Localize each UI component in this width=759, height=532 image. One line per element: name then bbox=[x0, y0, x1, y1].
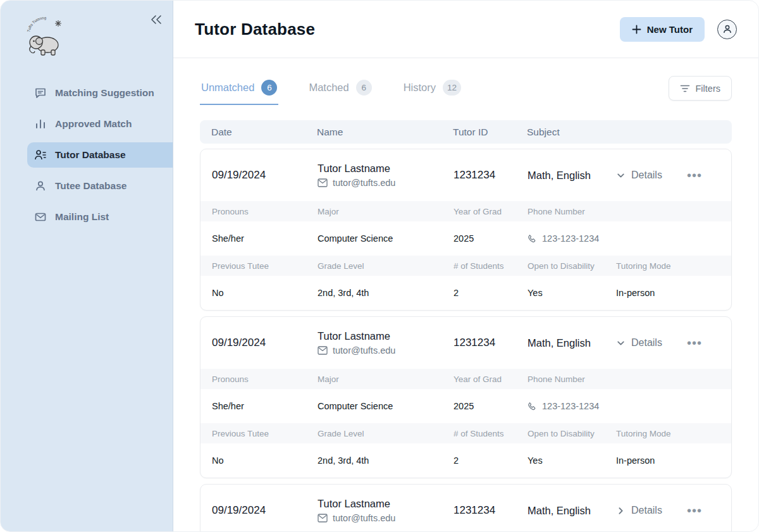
detail-values-row-2: No 2nd, 3rd, 4th 2 Yes In-person bbox=[201, 276, 731, 310]
detail-label-previous-tutee: Previous Tutee bbox=[212, 429, 318, 438]
detail-labels-row-2: Previous Tutee Grade Level # of Students… bbox=[201, 256, 731, 276]
tutor-name-cell: Tutor Lastname tutor@tufts.edu bbox=[318, 330, 454, 356]
tutor-email: tutor@tufts.edu bbox=[333, 345, 395, 356]
row-actions: Details ••• bbox=[616, 169, 720, 182]
detail-label-open-to-disability: Open to Disability bbox=[528, 261, 616, 271]
column-header-date: Date bbox=[211, 127, 317, 138]
tab-count-badge: 6 bbox=[356, 80, 372, 96]
tutor-date: 09/19/2024 bbox=[212, 169, 318, 182]
detail-label-year-of-grad: Year of Grad bbox=[454, 374, 528, 384]
details-toggle[interactable]: Details bbox=[616, 505, 662, 516]
tutor-tutoring-mode: In-person bbox=[616, 288, 720, 298]
row-menu-button[interactable]: ••• bbox=[687, 504, 702, 517]
new-tutor-button[interactable]: New Tutor bbox=[620, 17, 705, 42]
tutor-previous-tutee: No bbox=[212, 455, 318, 466]
tutor-year-of-grad: 2025 bbox=[454, 401, 528, 411]
tutor-num-students: 2 bbox=[454, 455, 528, 466]
tutor-database-icon bbox=[34, 149, 47, 161]
detail-label-previous-tutee: Previous Tutee bbox=[212, 261, 318, 271]
sidebar-collapse-button[interactable] bbox=[150, 15, 163, 27]
sidebar-item-label: Matching Suggestion bbox=[55, 87, 154, 99]
row-actions: Details ••• bbox=[616, 504, 720, 517]
tab-label: Matched bbox=[309, 82, 349, 94]
details-toggle[interactable]: Details bbox=[616, 170, 662, 181]
tutor-grade-level: 2nd, 3rd, 4th bbox=[318, 455, 454, 466]
user-icon bbox=[722, 24, 732, 34]
tabs-row: Unmatched 6 Matched 6 History 12 bbox=[200, 76, 732, 104]
phone-icon bbox=[528, 234, 537, 244]
tutor-num-students: 2 bbox=[454, 288, 528, 298]
detail-label-num-students: # of Students bbox=[454, 429, 528, 438]
tutor-details-section: Pronouns Major Year of Grad Phone Number… bbox=[201, 201, 731, 310]
sidebar-item-label: Approved Match bbox=[55, 118, 132, 130]
detail-values-row-2: No 2nd, 3rd, 4th 2 Yes In-person bbox=[201, 443, 731, 478]
app-logo: Tufts Tutoring bbox=[25, 17, 66, 59]
sidebar-item-approved-match[interactable]: Approved Match bbox=[27, 111, 173, 137]
sidebar-item-mailing-list[interactable]: Mailing List bbox=[27, 204, 173, 230]
detail-label-year-of-grad: Year of Grad bbox=[454, 207, 528, 216]
tab-unmatched[interactable]: Unmatched 6 bbox=[200, 76, 278, 105]
detail-label-grade-level: Grade Level bbox=[318, 261, 454, 271]
details-label: Details bbox=[631, 170, 662, 181]
tutor-major: Computer Science bbox=[318, 401, 454, 411]
detail-label-open-to-disability: Open to Disability bbox=[528, 429, 616, 438]
chat-suggestion-icon bbox=[34, 87, 47, 99]
bar-chart-icon bbox=[34, 118, 47, 130]
sidebar-item-matching-suggestion[interactable]: Matching Suggestion bbox=[27, 80, 173, 106]
top-bar: Tutor Database New Tutor bbox=[173, 1, 758, 58]
tutor-email: tutor@tufts.edu bbox=[333, 178, 395, 188]
filter-icon bbox=[680, 84, 690, 93]
sidebar-item-tutee-database[interactable]: Tutee Database bbox=[27, 173, 173, 199]
detail-label-num-students: # of Students bbox=[454, 261, 528, 271]
detail-label-grade-level: Grade Level bbox=[318, 429, 454, 438]
details-toggle[interactable]: Details bbox=[616, 337, 662, 349]
tutor-row: 09/19/2024 Tutor Lastname tutor@tufts.ed… bbox=[201, 149, 731, 201]
main-area: Tutor Database New Tutor bbox=[173, 1, 758, 531]
table-header: Date Name Tutor ID Subject bbox=[200, 120, 732, 144]
tutor-pronouns: She/her bbox=[212, 401, 318, 411]
sidebar-nav: Matching Suggestion Approved Match Tutor… bbox=[1, 80, 173, 230]
detail-labels-row-1: Pronouns Major Year of Grad Phone Number bbox=[201, 369, 731, 389]
details-label: Details bbox=[631, 337, 662, 349]
detail-label-pronouns: Pronouns bbox=[212, 374, 318, 384]
phone-icon bbox=[528, 402, 537, 411]
tutor-subject: Math, English bbox=[528, 170, 616, 182]
detail-label-tutoring-mode: Tutoring Mode bbox=[616, 261, 720, 271]
tab-matched[interactable]: Matched 6 bbox=[307, 76, 373, 105]
sidebar-item-label: Tutor Database bbox=[55, 149, 126, 161]
tutor-previous-tutee: No bbox=[212, 288, 318, 298]
tab-label: History bbox=[404, 82, 436, 94]
detail-label-major: Major bbox=[318, 207, 454, 216]
detail-label-tutoring-mode: Tutoring Mode bbox=[616, 429, 720, 438]
tutor-phone-cell: 123-123-1234 bbox=[528, 233, 616, 244]
new-tutor-label: New Tutor bbox=[647, 24, 693, 35]
tutor-subject: Math, English bbox=[528, 505, 616, 517]
tutor-year-of-grad: 2025 bbox=[454, 233, 528, 244]
filters-label: Filters bbox=[696, 84, 720, 94]
tutor-subject: Math, English bbox=[528, 337, 616, 349]
avatar[interactable] bbox=[717, 20, 737, 39]
tutor-pronouns: She/her bbox=[212, 233, 318, 244]
tutor-name: Tutor Lastname bbox=[318, 330, 454, 342]
tab-history[interactable]: History 12 bbox=[402, 76, 462, 105]
tutor-name-cell: Tutor Lastname tutor@tufts.edu bbox=[318, 498, 454, 523]
filters-button[interactable]: Filters bbox=[669, 76, 732, 101]
row-menu-button[interactable]: ••• bbox=[687, 169, 702, 182]
column-header-tutor-id: Tutor ID bbox=[453, 127, 527, 138]
tutor-id: 1231234 bbox=[454, 337, 528, 349]
tutor-card: 09/19/2024 Tutor Lastname tutor@tufts.ed… bbox=[200, 484, 732, 531]
row-menu-button[interactable]: ••• bbox=[687, 337, 702, 349]
detail-label-pronouns: Pronouns bbox=[212, 207, 318, 216]
sidebar-item-tutor-database[interactable]: Tutor Database bbox=[27, 142, 173, 168]
chevron-icon bbox=[616, 171, 626, 180]
tutor-major: Computer Science bbox=[318, 233, 454, 244]
tutor-id: 1231234 bbox=[454, 504, 528, 517]
tutor-id: 1231234 bbox=[454, 169, 528, 182]
tutor-email-row: tutor@tufts.edu bbox=[318, 513, 454, 523]
chevron-icon bbox=[616, 338, 626, 348]
detail-values-row-1: She/her Computer Science 2025 123-123-12… bbox=[201, 389, 731, 423]
plus-icon bbox=[632, 25, 641, 34]
sidebar-item-label: Tutee Database bbox=[55, 180, 126, 192]
tutor-phone: 123-123-1234 bbox=[542, 233, 599, 244]
row-actions: Details ••• bbox=[616, 337, 720, 349]
